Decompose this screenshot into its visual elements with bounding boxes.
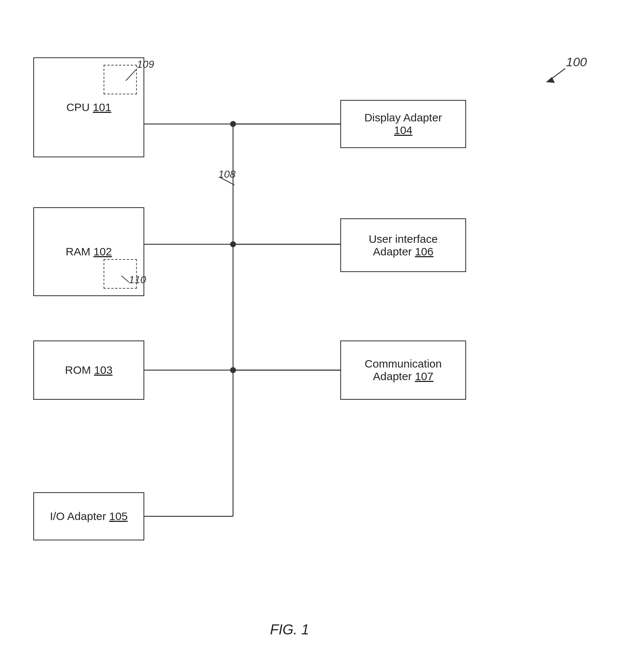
ref-108: 108 [218, 168, 236, 180]
ref-100: 100 [566, 55, 587, 69]
ui-label: User interfaceAdapter 106 [369, 233, 438, 258]
rom-box: ROM 103 [33, 341, 144, 400]
comm-label: CommunicationAdapter 107 [365, 358, 442, 383]
ref-109: 109 [137, 58, 154, 70]
io-box: I/O Adapter 105 [33, 492, 144, 540]
comm-box: CommunicationAdapter 107 [340, 341, 466, 400]
ui-box: User interfaceAdapter 106 [340, 218, 466, 272]
svg-marker-15 [546, 77, 555, 83]
svg-point-8 [230, 367, 236, 373]
svg-line-14 [550, 68, 565, 80]
diagram: CPU 101 RAM 102 ROM 103 I/O Adapter 105 … [0, 0, 644, 664]
cpu-label: CPU 101 [66, 101, 111, 114]
figure-label: FIG. 1 [270, 622, 309, 638]
cpu-box: CPU 101 [33, 57, 144, 157]
ram-box: RAM 102 [33, 207, 144, 296]
display-label: Display Adapter104 [364, 111, 442, 137]
ram-label: RAM 102 [65, 245, 112, 258]
display-box: Display Adapter104 [340, 100, 466, 148]
io-label: I/O Adapter 105 [50, 510, 128, 523]
cpu-dashed-box [104, 65, 137, 94]
ref-110: 110 [129, 274, 146, 286]
svg-point-2 [230, 121, 236, 127]
svg-point-5 [230, 241, 236, 247]
rom-label: ROM 103 [65, 364, 112, 376]
